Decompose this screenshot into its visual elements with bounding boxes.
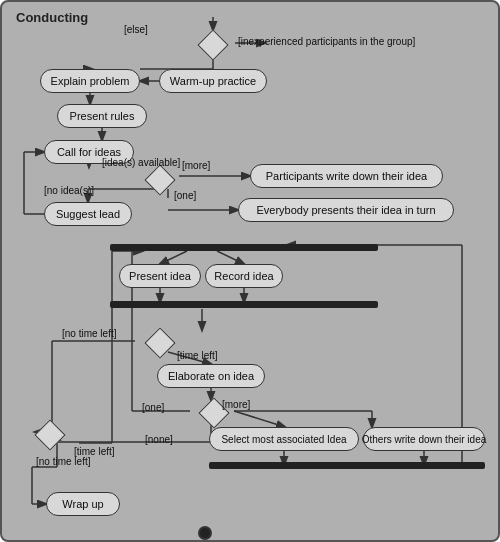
time-left-diamond-2 bbox=[35, 420, 65, 450]
svg-line-18 bbox=[217, 251, 244, 264]
swimlane-bar-bottom bbox=[110, 301, 378, 308]
swimlane-bar-top bbox=[110, 244, 378, 251]
time-left1-label: [time left] bbox=[177, 350, 218, 361]
explain-problem-node: Explain problem bbox=[40, 69, 140, 93]
warm-up-practice-node: Warm-up practice bbox=[159, 69, 267, 93]
diagram-title: Conducting bbox=[16, 10, 88, 25]
idea-available-label: [idea(s) available] bbox=[102, 157, 180, 168]
suggest-lead-node: Suggest lead bbox=[44, 202, 132, 226]
ideas-available-diamond bbox=[145, 165, 175, 195]
no-time-left1-label: [no time left] bbox=[62, 328, 116, 339]
inexperienced-diamond bbox=[198, 30, 228, 60]
wrap-up-node: Wrap up bbox=[46, 492, 120, 516]
present-rules-node: Present rules bbox=[57, 104, 147, 128]
no-idea-label: [no idea(s)] bbox=[44, 185, 94, 196]
record-idea-node: Record idea bbox=[205, 264, 283, 288]
everybody-presents-node: Everybody presents their idea in turn bbox=[238, 198, 454, 222]
swimlane-bar-final bbox=[209, 462, 485, 469]
others-write-node: Others write down their idea bbox=[363, 427, 485, 451]
one2-label: [one] bbox=[142, 402, 164, 413]
none-label: [none] bbox=[145, 434, 173, 445]
svg-line-28 bbox=[234, 411, 285, 427]
no-time-left2-label: [no time left] bbox=[36, 456, 90, 467]
else-label: [else] bbox=[124, 24, 148, 35]
time-left-diamond-1 bbox=[145, 328, 175, 358]
select-associated-node: Select most associated Idea bbox=[209, 427, 359, 451]
elaborate-on-idea-node: Elaborate on idea bbox=[157, 364, 265, 388]
present-idea-node: Present idea bbox=[119, 264, 201, 288]
more2-label: [more] bbox=[222, 399, 250, 410]
inexperienced-label: [inexperienced participants in the group… bbox=[238, 36, 415, 47]
svg-line-17 bbox=[160, 251, 187, 264]
more-label: [more] bbox=[182, 160, 210, 171]
end-circle bbox=[198, 526, 212, 540]
one-label: [one] bbox=[174, 190, 196, 201]
diagram-container: Conducting bbox=[0, 0, 500, 542]
participants-write-node: Participants write down their idea bbox=[250, 164, 443, 188]
